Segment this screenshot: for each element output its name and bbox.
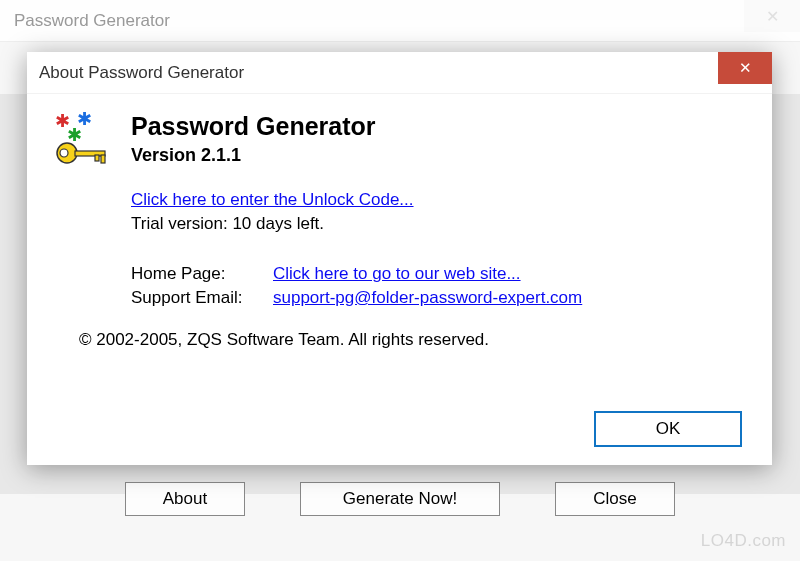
app-icon: ✱ ✱ ✱ xyxy=(53,112,113,172)
dialog-titlebar: About Password Generator ✕ xyxy=(27,52,772,94)
home-page-link[interactable]: Click here to go to our web site... xyxy=(273,264,521,284)
trial-status: Trial version: 10 days left. xyxy=(131,214,746,234)
svg-rect-3 xyxy=(95,155,99,161)
support-row: Support Email: support-pg@folder-passwor… xyxy=(131,288,746,308)
main-close-button[interactable]: ✕ xyxy=(744,0,800,32)
unlock-row: Click here to enter the Unlock Code... xyxy=(131,190,746,210)
support-email-link[interactable]: support-pg@folder-password-expert.com xyxy=(273,288,582,308)
generate-now-button[interactable]: Generate Now! xyxy=(300,482,500,516)
close-button[interactable]: Close xyxy=(555,482,675,516)
unlock-code-link[interactable]: Click here to enter the Unlock Code... xyxy=(131,190,414,209)
app-name: Password Generator xyxy=(131,112,376,141)
home-page-label: Home Page: xyxy=(131,264,261,284)
svg-rect-4 xyxy=(101,155,105,163)
support-email-label: Support Email: xyxy=(131,288,261,308)
close-icon: ✕ xyxy=(739,59,752,77)
close-icon: ✕ xyxy=(766,7,779,26)
svg-point-1 xyxy=(60,149,68,157)
key-icon xyxy=(55,140,111,166)
main-window-title: Password Generator xyxy=(14,11,170,31)
main-titlebar: Password Generator ✕ xyxy=(0,0,800,42)
about-button[interactable]: About xyxy=(125,482,245,516)
app-version: Version 2.1.1 xyxy=(131,145,376,166)
dialog-body: ✱ ✱ ✱ Password Generator Version 2.1.1 C… xyxy=(27,94,772,465)
dialog-header-row: ✱ ✱ ✱ Password Generator Version 2.1.1 xyxy=(53,112,746,172)
about-dialog: About Password Generator ✕ ✱ ✱ ✱ Passwor… xyxy=(27,52,772,465)
ok-button[interactable]: OK xyxy=(594,411,742,447)
home-page-row: Home Page: Click here to go to our web s… xyxy=(131,264,746,284)
dialog-close-button[interactable]: ✕ xyxy=(718,52,772,84)
dialog-title: About Password Generator xyxy=(39,63,244,83)
bottom-button-bar: About Generate Now! Close xyxy=(0,482,800,516)
copyright-text: © 2002-2005, ZQS Software Team. All righ… xyxy=(79,330,746,350)
dialog-heading: Password Generator Version 2.1.1 xyxy=(131,112,376,166)
